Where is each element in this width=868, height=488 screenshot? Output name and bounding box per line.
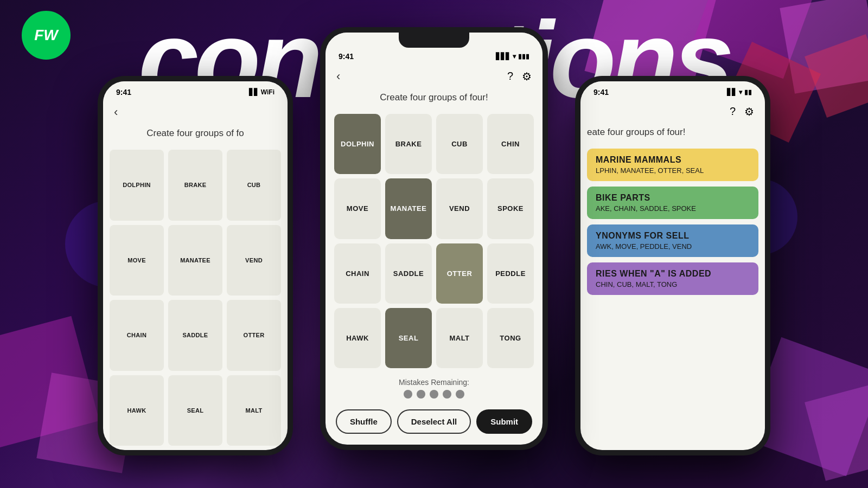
left-back-button[interactable]: ‹: [114, 105, 118, 119]
submit-button[interactable]: Submit: [476, 409, 532, 434]
list-item[interactable]: OTTER: [227, 300, 281, 371]
result-card-bike-parts: BIKE PARTS AKE, CHAIN, SADDLE, SPOKE: [587, 187, 758, 219]
list-item[interactable]: MANATEE: [168, 225, 222, 296]
mistakes-label: Mistakes Remaining:: [399, 378, 469, 387]
left-word-grid: DOLPHIN BRAKE CUB MOVE MANATEE VEND CHAI…: [103, 145, 288, 450]
fw-logo-text: FW: [34, 27, 58, 44]
list-item[interactable]: SADDLE: [168, 300, 222, 371]
right-game-subtitle: eate four groups of four!: [580, 123, 765, 144]
result-card-synonyms: YNONYMS FOR SELL AWK, MOVE, PEDDLE, VEND: [587, 224, 758, 257]
word-cell-otter[interactable]: OTTER: [436, 243, 483, 304]
right-status-icons: ▋▋ ▾ ▮▮: [727, 88, 752, 96]
right-phone-nav: ? ⚙: [580, 101, 765, 123]
dot-3: [430, 390, 438, 399]
center-word-grid: DOLPHIN BRAKE CUB CHIN MOVE MANATEE VEND…: [326, 110, 542, 373]
list-item[interactable]: CUB: [227, 150, 281, 221]
right-status-time: 9:41: [593, 88, 609, 97]
word-cell-saddle[interactable]: SADDLE: [385, 243, 432, 304]
signal-icon: ▋▋: [249, 88, 259, 96]
dot-5: [456, 390, 464, 399]
dot-2: [417, 390, 425, 399]
word-cell-tong[interactable]: TONG: [487, 308, 534, 368]
result-title-marine: MARINE MAMMALS: [596, 155, 750, 165]
list-item[interactable]: SEAL: [168, 375, 222, 446]
word-cell-hawk[interactable]: HAWK: [334, 308, 381, 368]
word-cell-move[interactable]: MOVE: [334, 178, 381, 239]
left-phone-nav: ‹: [103, 101, 288, 124]
result-words-a: CHIN, CUB, MALT, TONG: [596, 280, 750, 288]
action-buttons: Shuffle Deselect All Submit: [326, 404, 542, 445]
result-words-bike: AKE, CHAIN, SADDLE, SPOKE: [596, 204, 750, 213]
word-cell-brake[interactable]: BRAKE: [385, 114, 432, 174]
right-phone-screen: 9:41 ▋▋ ▾ ▮▮ ? ⚙ eate four groups of fou…: [580, 81, 765, 450]
center-phone: 9:41 ▋▋▋ ▾ ▮▮▮ ‹ ? ⚙ Create four groups …: [320, 27, 548, 450]
right-nav-icons: ? ⚙: [730, 105, 754, 118]
list-item[interactable]: DOLPHIN: [110, 150, 164, 221]
result-card-words-a: RIES WHEN "A" IS ADDED CHIN, CUB, MALT, …: [587, 262, 758, 295]
center-game-subtitle: Create four groups of four!: [326, 88, 542, 110]
nav-icons: ? ⚙: [507, 70, 532, 83]
word-cell-chin[interactable]: CHIN: [487, 114, 534, 174]
word-cell-vend[interactable]: VEND: [436, 178, 483, 239]
list-item[interactable]: VEND: [227, 225, 281, 296]
right-status-bar: 9:41 ▋▋ ▾ ▮▮: [580, 81, 765, 101]
wifi-icon: ▾: [739, 88, 742, 96]
word-cell-chain[interactable]: CHAIN: [334, 243, 381, 304]
list-item[interactable]: HAWK: [110, 375, 164, 446]
wifi-icon: ▾: [513, 53, 516, 60]
fw-logo: FW: [22, 11, 71, 60]
list-item[interactable]: CHAIN: [110, 300, 164, 371]
left-phone-screen: 9:41 ▋▋ WiFi ‹ Create four groups of fo …: [103, 81, 288, 450]
shuffle-button[interactable]: Shuffle: [336, 409, 392, 434]
left-game-subtitle: Create four groups of fo: [103, 124, 288, 145]
result-title-words-a: RIES WHEN "A" IS ADDED: [596, 269, 750, 279]
wifi-icon: WiFi: [261, 88, 275, 96]
right-phone: 9:41 ▋▋ ▾ ▮▮ ? ⚙ eate four groups of fou…: [575, 76, 770, 455]
result-title-bike: BIKE PARTS: [596, 193, 750, 203]
list-item[interactable]: BRAKE: [168, 150, 222, 221]
phone-notch: [399, 33, 469, 48]
word-cell-manatee[interactable]: MANATEE: [385, 178, 432, 239]
signal-icon: ▋▋: [727, 88, 737, 96]
mistakes-section: Mistakes Remaining:: [326, 373, 542, 404]
word-cell-malt[interactable]: MALT: [436, 308, 483, 368]
dot-1: [404, 390, 412, 399]
mistake-dots: [331, 390, 537, 399]
word-cell-cub[interactable]: CUB: [436, 114, 483, 174]
center-phone-nav: ‹ ? ⚙: [326, 65, 542, 88]
left-status-time: 9:41: [116, 88, 131, 97]
result-title-synonyms: YNONYMS FOR SELL: [596, 231, 750, 241]
help-icon[interactable]: ?: [507, 70, 513, 83]
center-status-icons: ▋▋▋ ▾ ▮▮▮: [496, 53, 529, 60]
word-cell-spoke[interactable]: SPOKE: [487, 178, 534, 239]
signal-bar-icon: ▋▋▋: [496, 53, 510, 60]
word-cell-seal[interactable]: SEAL: [385, 308, 432, 368]
result-words-synonyms: AWK, MOVE, PEDDLE, VEND: [596, 242, 750, 251]
word-cell-peddle[interactable]: PEDDLE: [487, 243, 534, 304]
left-status-icons: ▋▋ WiFi: [249, 88, 275, 96]
result-words-marine: LPHIN, MANATEE, OTTER, SEAL: [596, 166, 750, 175]
list-item[interactable]: MOVE: [110, 225, 164, 296]
list-item[interactable]: MALT: [227, 375, 281, 446]
result-card-marine-mammals: MARINE MAMMALS LPHIN, MANATEE, OTTER, SE…: [587, 149, 758, 181]
center-status-time: 9:41: [339, 52, 354, 61]
center-back-button[interactable]: ‹: [336, 69, 340, 84]
center-phone-screen: 9:41 ▋▋▋ ▾ ▮▮▮ ‹ ? ⚙ Create four groups …: [326, 33, 542, 445]
left-phone: 9:41 ▋▋ WiFi ‹ Create four groups of fo …: [98, 76, 293, 455]
dot-4: [443, 390, 451, 399]
word-cell-dolphin[interactable]: DOLPHIN: [334, 114, 381, 174]
right-settings-icon[interactable]: ⚙: [744, 105, 754, 118]
left-status-bar: 9:41 ▋▋ WiFi: [103, 81, 288, 101]
results-screen: MARINE MAMMALS LPHIN, MANATEE, OTTER, SE…: [580, 144, 765, 305]
deselect-button[interactable]: Deselect All: [397, 409, 471, 434]
right-help-icon[interactable]: ?: [730, 105, 736, 118]
battery-icon: ▮▮▮: [518, 53, 529, 60]
settings-icon[interactable]: ⚙: [522, 70, 532, 83]
battery-icon: ▮▮: [744, 88, 752, 96]
